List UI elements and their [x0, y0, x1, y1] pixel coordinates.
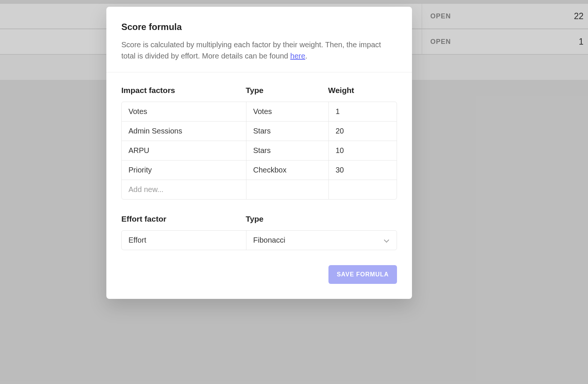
- factor-type[interactable]: Checkbox: [246, 160, 328, 180]
- impact-header-type: Type: [246, 86, 328, 95]
- factor-name[interactable]: Admin Sessions: [122, 122, 246, 141]
- factor-type[interactable]: Stars: [246, 141, 328, 160]
- details-link[interactable]: here: [290, 52, 305, 60]
- factor-weight[interactable]: 1: [328, 102, 397, 121]
- effort-type-select[interactable]: Fibonacci: [246, 231, 397, 250]
- modal-description: Score is calculated by multiplying each …: [121, 39, 397, 62]
- modal-description-post: .: [305, 52, 307, 60]
- impact-factor-row[interactable]: Votes Votes 1: [122, 102, 397, 121]
- chevron-down-icon: [384, 237, 390, 243]
- add-factor-input[interactable]: Add new...: [122, 180, 246, 199]
- factor-type[interactable]: Stars: [246, 122, 328, 141]
- factor-weight[interactable]: 30: [328, 160, 397, 180]
- modal-footer: SAVE FORMULA: [106, 250, 412, 284]
- impact-factor-row[interactable]: Admin Sessions Stars 20: [122, 121, 397, 141]
- impact-factor-row[interactable]: Priority Checkbox 30: [122, 160, 397, 180]
- effort-type-value: Fibonacci: [253, 236, 285, 244]
- modal-title: Score formula: [121, 22, 397, 32]
- impact-header-name: Impact factors: [121, 86, 246, 95]
- score-formula-modal: Score formula Score is calculated by mul…: [106, 7, 412, 299]
- effort-header-type: Type: [246, 214, 397, 224]
- modal-overlay[interactable]: Score formula Score is calculated by mul…: [0, 0, 588, 384]
- impact-headers: Impact factors Type Weight: [121, 86, 397, 95]
- effort-headers: Effort factor Type: [121, 214, 397, 224]
- modal-description-text: Score is calculated by multiplying each …: [121, 40, 381, 60]
- factor-name[interactable]: Votes: [122, 102, 246, 121]
- factor-name[interactable]: ARPU: [122, 141, 246, 160]
- modal-body: Impact factors Type Weight Votes Votes 1…: [106, 72, 412, 250]
- factor-weight[interactable]: 20: [328, 122, 397, 141]
- factor-type[interactable]: Votes: [246, 102, 328, 121]
- factor-name[interactable]: Priority: [122, 160, 246, 180]
- add-factor-weight[interactable]: [328, 180, 397, 199]
- effort-table: Effort Fibonacci: [121, 230, 397, 250]
- impact-factor-row[interactable]: ARPU Stars 10: [122, 141, 397, 160]
- factor-weight[interactable]: 10: [328, 141, 397, 160]
- add-factor-type[interactable]: [246, 180, 328, 199]
- effort-header-name: Effort factor: [121, 214, 246, 224]
- save-formula-button[interactable]: SAVE FORMULA: [328, 265, 397, 284]
- modal-header: Score formula Score is calculated by mul…: [106, 7, 412, 72]
- impact-factors-table: Votes Votes 1 Admin Sessions Stars 20 AR…: [121, 102, 397, 200]
- effort-name[interactable]: Effort: [122, 231, 246, 250]
- effort-section: Effort factor Type Effort Fibonacci: [121, 214, 397, 250]
- impact-header-weight: Weight: [328, 86, 397, 95]
- add-factor-row[interactable]: Add new...: [122, 180, 397, 199]
